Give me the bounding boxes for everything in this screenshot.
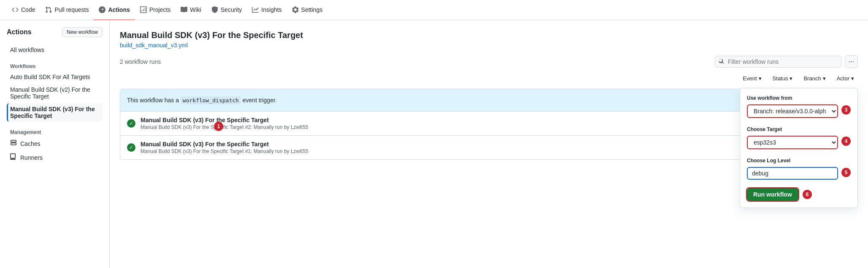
top-nav: Code Pull requests Actions Projects Wiki… — [0, 0, 868, 20]
chevron-down-icon: ▾ — [823, 75, 826, 82]
actor-filter-label: Actor — [837, 75, 849, 82]
run-title[interactable]: Manual Build SDK (v3) For the Specific T… — [141, 141, 790, 148]
nav-pull-requests[interactable]: Pull requests — [40, 0, 94, 20]
main-layout: Actions New workflow All workflows Workf… — [0, 20, 868, 268]
page-title: Manual Build SDK (v3) For the Specific T… — [120, 30, 858, 40]
chevron-down-icon: ▾ — [759, 75, 762, 82]
nav-wiki[interactable]: Wiki — [176, 0, 206, 20]
use-workflow-row: Use workflow from Branch: release/v3.0.0… — [747, 95, 851, 123]
branch-select-wrapper: Branch: release/v3.0.0-alpha3 — [747, 104, 838, 118]
callout-5: 5 — [841, 168, 851, 177]
status-filter-label: Status — [773, 75, 788, 82]
choose-target-label: Choose Target — [747, 126, 838, 132]
sidebar-header: Actions New workflow — [7, 27, 103, 37]
search-icon — [718, 58, 724, 66]
pr-icon — [45, 6, 52, 13]
nav-projects[interactable]: Projects — [135, 0, 176, 20]
callout-branch: 3 — [841, 105, 851, 115]
new-workflow-button[interactable]: New workflow — [62, 27, 103, 37]
nav-projects-label: Projects — [149, 6, 171, 13]
dispatch-notice-suffix: event trigger. — [243, 97, 277, 104]
branch-filter[interactable]: Branch ▾ — [800, 73, 829, 84]
page-subtitle[interactable]: build_sdk_manual_v3.yml — [120, 42, 858, 49]
runs-count-label: 2 workflow runs — [120, 58, 161, 65]
run-subtitle: Manual Build SDK (v3) For the Specific T… — [141, 148, 790, 154]
run-status-success-icon: ✓ — [127, 119, 135, 128]
callout-6: 6 — [803, 190, 812, 199]
nav-security[interactable]: Security — [206, 0, 247, 20]
run-workflow-panel: Use workflow from Branch: release/v3.0.0… — [740, 88, 858, 208]
event-filter[interactable]: Event ▾ — [739, 73, 765, 84]
filters-row: Event ▾ Status ▾ Branch ▾ Actor ▾ — [120, 73, 858, 84]
sidebar-runners-label: Runners — [20, 154, 43, 161]
page-header: Manual Build SDK (v3) For the Specific T… — [120, 30, 858, 49]
dispatch-code: workflow_dispatch — [181, 96, 241, 104]
dispatch-notice-prefix: This workflow has a — [127, 97, 179, 104]
sidebar-workflow-1[interactable]: Auto Build SDK For All Targets — [7, 71, 103, 83]
target-select[interactable]: esp32s3 — [748, 137, 837, 148]
nav-actions-label: Actions — [108, 6, 130, 13]
run-info: Manual Build SDK (v3) For the Specific T… — [141, 141, 790, 154]
choose-log-level-content: Choose Log Level — [747, 158, 838, 185]
event-filter-label: Event — [743, 75, 757, 82]
callout-4: 4 — [841, 137, 851, 146]
nav-code[interactable]: Code — [7, 0, 40, 20]
sidebar-caches-label: Caches — [20, 140, 40, 147]
callout-1: 1 — [214, 122, 223, 131]
status-filter[interactable]: Status ▾ — [769, 73, 797, 84]
nav-insights[interactable]: Insights — [247, 0, 287, 20]
log-level-input[interactable] — [748, 168, 837, 179]
sidebar-workflow-2[interactable]: Manual Build SDK (v2) For the Specific T… — [7, 84, 103, 102]
wiki-icon — [181, 6, 187, 13]
code-icon — [12, 6, 19, 13]
run-subtitle: Manual Build SDK (v3) For the Specific T… — [141, 124, 776, 130]
panel-run-workflow-button[interactable]: Run workflow — [747, 188, 798, 201]
branch-select[interactable]: Branch: release/v3.0.0-alpha3 — [748, 105, 837, 117]
nav-actions[interactable]: Actions — [94, 0, 135, 20]
sidebar-all-workflows[interactable]: All workflows — [7, 44, 103, 56]
choose-log-level-row: Choose Log Level 5 — [747, 158, 851, 185]
run-info: Manual Build SDK (v3) For the Specific T… — [141, 117, 776, 130]
sidebar-title: Actions — [7, 28, 32, 36]
run-title[interactable]: Manual Build SDK (v3) For the Specific T… — [141, 117, 776, 123]
use-workflow-label: Use workflow from — [747, 95, 838, 101]
nav-settings[interactable]: Settings — [287, 0, 328, 20]
filter-bar: ··· — [715, 55, 858, 68]
choose-log-level-label: Choose Log Level — [747, 158, 838, 164]
toolbar: 2 workflow runs ··· — [120, 55, 858, 68]
projects-icon — [140, 6, 147, 13]
nav-wiki-label: Wiki — [190, 6, 201, 13]
sidebar: Actions New workflow All workflows Workf… — [0, 20, 110, 268]
sidebar-workflows-section: Workflows — [7, 57, 103, 71]
use-workflow-content: Use workflow from Branch: release/v3.0.0… — [747, 95, 838, 123]
actions-icon — [99, 6, 105, 13]
more-options-button[interactable]: ··· — [845, 55, 858, 68]
filter-input-wrapper — [715, 56, 841, 68]
filter-input[interactable] — [715, 56, 841, 68]
run-status-success-icon: ✓ — [127, 143, 135, 152]
chevron-down-icon: ▾ — [790, 75, 792, 82]
security-icon — [211, 6, 218, 13]
callout-1-container: 1 — [214, 122, 223, 131]
nav-pr-label: Pull requests — [54, 6, 89, 13]
actor-filter[interactable]: Actor ▾ — [833, 73, 858, 84]
nav-settings-label: Settings — [301, 6, 323, 13]
choose-target-row: Choose Target esp32s3 4 — [747, 126, 851, 154]
chevron-down-icon: ▾ — [851, 75, 854, 82]
nav-code-label: Code — [21, 6, 35, 13]
choose-target-content: Choose Target esp32s3 — [747, 126, 838, 154]
log-level-input-wrapper — [747, 167, 838, 180]
dispatch-notice-text: This workflow has a workflow_dispatch ev… — [127, 97, 277, 104]
sidebar-caches[interactable]: Caches — [7, 137, 103, 150]
sidebar-workflow-3[interactable]: Manual Build SDK (v3) For the Specific T… — [7, 103, 103, 122]
runners-icon — [10, 153, 17, 161]
sidebar-management-section: Management — [7, 123, 103, 137]
caches-icon — [10, 139, 17, 148]
sidebar-runners[interactable]: Runners — [7, 151, 103, 164]
nav-security-label: Security — [221, 6, 242, 13]
branch-filter-label: Branch — [803, 75, 821, 82]
nav-insights-label: Insights — [261, 6, 281, 13]
main-content: Manual Build SDK (v3) For the Specific T… — [110, 20, 868, 268]
settings-icon — [292, 6, 299, 13]
target-select-wrapper: esp32s3 — [747, 136, 838, 149]
